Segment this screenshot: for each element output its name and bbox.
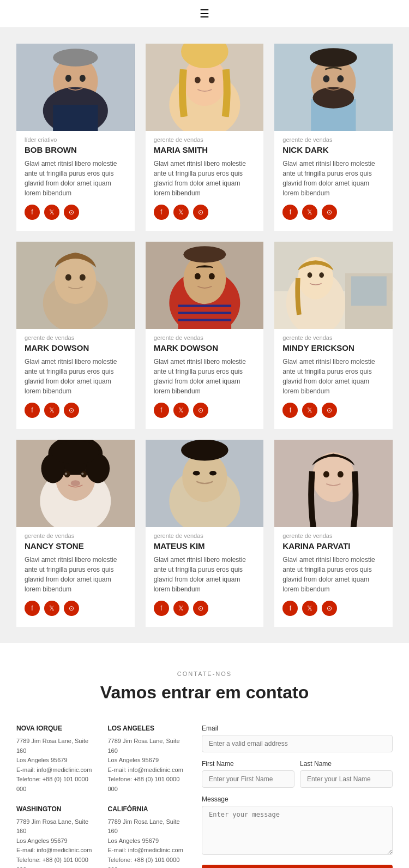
team-desc: Glavi amet ritnisl libero molestie ante … <box>282 555 384 594</box>
twitter-icon[interactable]: 𝕏 <box>302 205 317 220</box>
team-role: gerente de vendas <box>282 334 384 341</box>
person-image-bob-brown <box>16 44 135 131</box>
instagram-icon[interactable]: ⊙ <box>64 403 79 418</box>
team-desc: Glavi amet ritnisl libero molestie ante … <box>25 159 127 198</box>
team-card-bob-brown: líder criativo BOB BROWN Glavi amet ritn… <box>16 44 135 231</box>
address-block-nova-iorque: NOVA IORQUE7789 Jim Rosa Lane, Suite 160… <box>16 725 100 794</box>
lastname-group: Last Name <box>300 760 393 788</box>
svg-point-42 <box>320 273 324 278</box>
twitter-icon[interactable]: 𝕏 <box>173 403 189 418</box>
svg-point-6 <box>53 49 98 67</box>
instagram-icon[interactable]: ⊙ <box>193 601 208 616</box>
firstname-input[interactable] <box>202 770 294 788</box>
person-image-karina-parvati <box>274 440 393 527</box>
instagram-icon[interactable]: ⊙ <box>193 205 208 220</box>
instagram-icon[interactable]: ⊙ <box>322 601 337 616</box>
person-image-nancy-stone <box>16 440 135 527</box>
svg-point-32 <box>183 247 226 263</box>
team-card-content: gerente de vendas NANCY STONE Glavi amet… <box>16 527 135 594</box>
svg-point-60 <box>193 471 200 476</box>
team-role: líder criativo <box>25 136 127 143</box>
twitter-icon[interactable]: 𝕏 <box>173 601 189 616</box>
city-name: WASHINGTON <box>16 805 100 813</box>
svg-point-34 <box>209 273 215 280</box>
svg-point-19 <box>310 49 357 68</box>
instagram-icon[interactable]: ⊙ <box>322 205 337 220</box>
team-name: NICK DARK <box>282 145 384 154</box>
team-name: MATEUS KIM <box>154 541 256 550</box>
facebook-icon[interactable]: f <box>25 403 40 418</box>
team-role: gerente de vendas <box>154 334 256 341</box>
email-input[interactable] <box>202 735 393 752</box>
facebook-icon[interactable]: f <box>154 205 169 220</box>
team-name: KARINA PARVATI <box>282 541 384 550</box>
address-block-los-angeles: LOS ANGELES7789 Jim Rosa Lane, Suite 160… <box>108 725 191 794</box>
person-image-nick-dark <box>274 44 393 131</box>
team-card-content: líder criativo BOB BROWN Glavi amet ritn… <box>16 131 135 198</box>
header: ☰ <box>0 0 409 27</box>
team-desc: Glavi amet ritnisl libero molestie ante … <box>25 555 127 594</box>
social-icons: f 𝕏 ⊙ <box>16 403 135 418</box>
firstname-group: First Name <box>202 760 294 788</box>
team-card-content: gerente de vendas MATEUS KIM Glavi amet … <box>146 527 264 594</box>
person-image-mateus-kim <box>146 440 264 527</box>
team-card-content: gerente de vendas KARINA PARVATI Glavi a… <box>274 527 393 594</box>
svg-point-64 <box>323 471 329 478</box>
twitter-icon[interactable]: 𝕏 <box>44 403 59 418</box>
facebook-icon[interactable]: f <box>282 403 298 418</box>
facebook-icon[interactable]: f <box>154 601 169 616</box>
team-role: gerente de vendas <box>282 136 384 143</box>
address-text: 7789 Jim Rosa Lane, Suite 160Los Angeles… <box>108 817 191 868</box>
svg-point-22 <box>55 257 96 304</box>
svg-point-55 <box>71 481 80 487</box>
instagram-icon[interactable]: ⊙ <box>64 205 79 220</box>
svg-point-23 <box>65 274 71 281</box>
address-block-washington: WASHINGTON7789 Jim Rosa Lane, Suite 160L… <box>16 805 100 868</box>
team-role: gerente de vendas <box>282 532 384 539</box>
social-icons: f 𝕏 ⊙ <box>16 205 135 220</box>
address-text: 7789 Jim Rosa Lane, Suite 160Los Angeles… <box>16 737 100 794</box>
team-card-mark-dowson-2: gerente de vendas MARK DOWSON Glavi amet… <box>146 242 264 429</box>
team-card-mark-dowson-1: gerente de vendas MARK DOWSON Glavi amet… <box>16 242 135 429</box>
contact-section: CONTATE-NOS Vamos entrar em contato NOVA… <box>0 643 409 868</box>
team-desc: Glavi amet ritnisl libero molestie ante … <box>154 555 256 594</box>
instagram-icon[interactable]: ⊙ <box>322 403 337 418</box>
svg-point-12 <box>209 77 215 83</box>
svg-point-24 <box>80 274 86 281</box>
contact-label: CONTATE-NOS <box>16 671 393 677</box>
facebook-icon[interactable]: f <box>25 601 40 616</box>
person-image-mark-dowson-1 <box>16 242 135 329</box>
twitter-icon[interactable]: 𝕏 <box>173 205 189 220</box>
facebook-icon[interactable]: f <box>154 403 169 418</box>
person-image-mindy-erickson <box>274 242 393 329</box>
submit-button[interactable]: ENVIAR <box>202 865 393 868</box>
svg-point-4 <box>65 75 71 82</box>
contact-addresses: NOVA IORQUE7789 Jim Rosa Lane, Suite 160… <box>16 725 191 868</box>
facebook-icon[interactable]: f <box>282 205 298 220</box>
twitter-icon[interactable]: 𝕏 <box>302 601 317 616</box>
city-name: LOS ANGELES <box>108 725 191 732</box>
svg-point-61 <box>209 471 216 476</box>
instagram-icon[interactable]: ⊙ <box>193 403 208 418</box>
hamburger-icon[interactable]: ☰ <box>200 7 209 20</box>
social-icons: f 𝕏 ⊙ <box>146 601 264 616</box>
team-card-mindy-erickson: gerente de vendas MINDY ERICKSON Glavi a… <box>274 242 393 429</box>
facebook-icon[interactable]: f <box>25 205 40 220</box>
twitter-icon[interactable]: 𝕏 <box>302 403 317 418</box>
email-label: Email <box>202 725 393 732</box>
twitter-icon[interactable]: 𝕏 <box>44 601 59 616</box>
facebook-icon[interactable]: f <box>282 601 298 616</box>
team-card-content: gerente de vendas NICK DARK Glavi amet r… <box>274 131 393 198</box>
svg-rect-3 <box>53 105 98 131</box>
svg-rect-38 <box>351 277 387 306</box>
lastname-input[interactable] <box>300 770 393 788</box>
message-group: Message <box>202 795 393 857</box>
city-name: NOVA IORQUE <box>16 725 100 732</box>
instagram-icon[interactable]: ⊙ <box>64 601 79 616</box>
social-icons: f 𝕏 ⊙ <box>146 403 264 418</box>
message-input[interactable] <box>202 806 393 855</box>
twitter-icon[interactable]: 𝕏 <box>44 205 59 220</box>
team-name: MARIA SMITH <box>154 145 256 154</box>
email-group: Email <box>202 725 393 752</box>
team-card-content: gerente de vendas MARK DOWSON Glavi amet… <box>146 329 264 396</box>
